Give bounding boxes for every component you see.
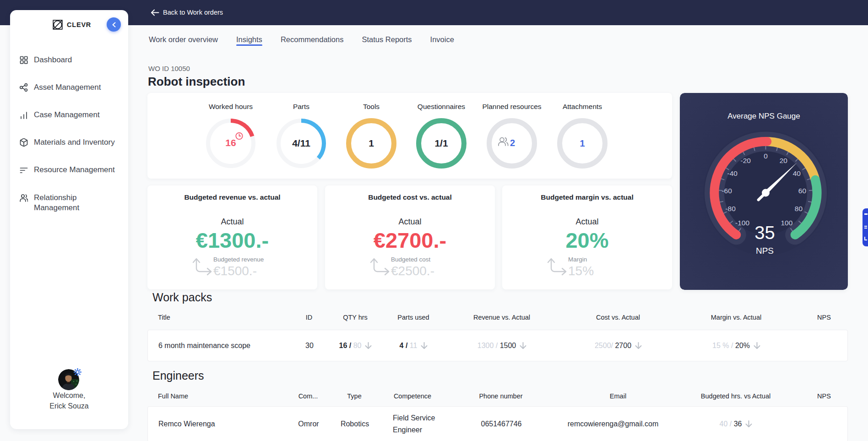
- svg-text:-100: -100: [735, 219, 749, 227]
- svg-text:0: 0: [764, 152, 768, 160]
- svg-text:1/1: 1/1: [434, 138, 448, 148]
- svg-text:2: 2: [510, 138, 515, 148]
- svg-text:-60: -60: [722, 187, 732, 195]
- svg-text:80: 80: [795, 205, 803, 212]
- svg-text:NPS: NPS: [756, 246, 774, 256]
- svg-text:1: 1: [369, 138, 374, 148]
- svg-text:-20: -20: [740, 157, 751, 164]
- svg-text:60: 60: [798, 187, 807, 195]
- svg-text:-40: -40: [727, 169, 738, 177]
- svg-text:20: 20: [780, 157, 788, 164]
- svg-text:40: 40: [793, 169, 801, 177]
- svg-text:1: 1: [580, 138, 585, 148]
- svg-text:35: 35: [754, 223, 775, 243]
- svg-text:16: 16: [225, 137, 236, 148]
- svg-text:-80: -80: [725, 205, 736, 212]
- svg-text:4/11: 4/11: [292, 138, 310, 148]
- svg-text:100: 100: [781, 219, 792, 227]
